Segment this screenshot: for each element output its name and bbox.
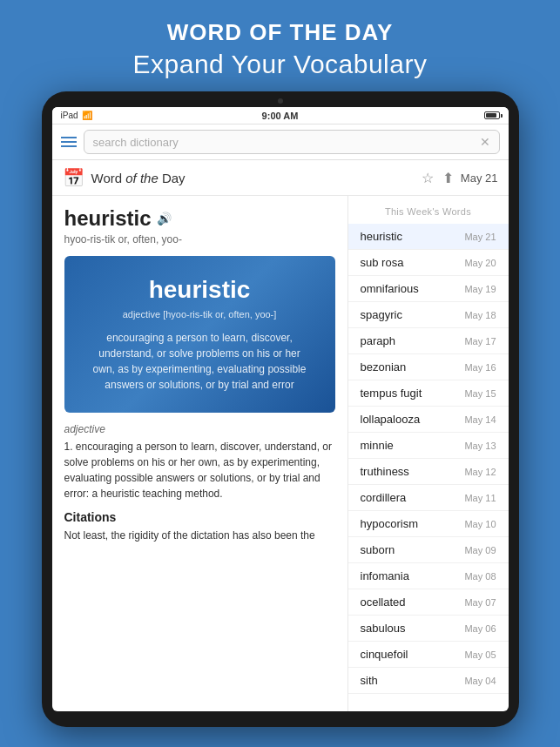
- word-list-word: hypocorism: [361, 517, 418, 530]
- word-list-date: May 19: [464, 284, 496, 294]
- word-list-item[interactable]: hypocorismMay 10: [348, 511, 509, 537]
- word-list-item[interactable]: ocellatedMay 07: [348, 589, 509, 616]
- word-title: heuristic 🔊: [64, 206, 335, 231]
- word-list-word: cinquefoil: [361, 648, 408, 661]
- calendar-icon: 📅: [63, 167, 84, 188]
- promo-area: WORD OF THE DAY Expand Your Vocabulary: [0, 0, 560, 95]
- word-list-item[interactable]: cordilleraMay 11: [348, 485, 509, 511]
- word-card: heuristic adjective [hyoo-ris-tik or, of…: [64, 256, 335, 413]
- word-list-date: May 15: [464, 388, 496, 399]
- word-list-item[interactable]: subornMay 09: [348, 537, 509, 563]
- word-list-date: May 10: [464, 519, 496, 529]
- word-list-date: May 08: [464, 571, 496, 582]
- word-list-item[interactable]: sabulousMay 06: [348, 616, 509, 642]
- promo-subtitle: Expand Your Vocabulary: [17, 50, 543, 79]
- header-date: May 21: [461, 172, 498, 185]
- search-bar: search dictionary ✕: [52, 124, 509, 160]
- word-list-word: ocellated: [361, 596, 406, 609]
- header-row: 📅 Word of the Day ☆ ⬆ May 21: [52, 160, 509, 196]
- status-right: [484, 111, 500, 119]
- promo-title: WORD OF THE DAY: [17, 19, 543, 46]
- device-label: iPad: [61, 111, 78, 120]
- word-list-word: heuristic: [361, 230, 402, 243]
- word-list-item[interactable]: bezonianMay 16: [348, 354, 509, 380]
- word-list-date: May 13: [464, 441, 496, 451]
- word-list-word: tempus fugit: [361, 387, 422, 400]
- word-list-word: cordillera: [361, 491, 407, 504]
- word-list-item[interactable]: truthinessMay 12: [348, 459, 509, 485]
- left-panel: heuristic 🔊 hyoo-ris-tik or, often, yoo-…: [52, 196, 348, 711]
- word-list-item[interactable]: paraphMay 17: [348, 328, 509, 354]
- card-pronunciation: adjective [hyoo-ris-tik or, often, yoo-]: [123, 309, 277, 320]
- camera: [278, 98, 283, 104]
- card-word-end: tic: [222, 276, 251, 303]
- word-list-date: May 21: [464, 232, 496, 242]
- word-list-word: sabulous: [361, 622, 406, 635]
- word-list-item[interactable]: lollapaloozaMay 14: [348, 407, 509, 433]
- status-bar: iPad 📶 9:00 AM: [52, 107, 509, 124]
- word-list-date: May 05: [464, 649, 496, 660]
- word-list-date: May 06: [464, 623, 496, 634]
- status-left: iPad 📶: [61, 111, 92, 120]
- word-list-date: May 17: [464, 336, 496, 347]
- search-input-container[interactable]: search dictionary ✕: [84, 130, 500, 154]
- word-list-date: May 20: [464, 258, 496, 268]
- word-list-item[interactable]: spagyricMay 18: [348, 302, 509, 328]
- speaker-icon[interactable]: 🔊: [157, 212, 172, 225]
- word-list-date: May 18: [464, 310, 496, 320]
- word-heading: heuristic: [64, 206, 152, 231]
- week-header: This Week's Words: [348, 203, 509, 224]
- header-actions: ☆ ⬆: [422, 170, 454, 186]
- pronunciation: hyoo-ris-tik or, often, yoo-: [64, 233, 335, 246]
- word-list-date: May 11: [464, 493, 496, 503]
- word-list-item[interactable]: omnifariousMay 19: [348, 276, 509, 302]
- status-time: 9:00 AM: [262, 111, 299, 121]
- battery-icon: [484, 111, 500, 119]
- ipad-frame: iPad 📶 9:00 AM search dictionary ✕ 📅: [42, 91, 519, 727]
- word-list-word: bezonian: [361, 360, 407, 374]
- word-list-date: May 14: [464, 414, 496, 425]
- citation-text: Not least, the rigidity of the dictation…: [64, 528, 335, 543]
- word-list-date: May 04: [464, 676, 496, 686]
- word-list-item[interactable]: sithMay 04: [348, 668, 509, 694]
- word-list-word: spagyric: [361, 308, 402, 321]
- word-list-word: minnie: [361, 439, 394, 452]
- right-panel: This Week's Words heuristicMay 21sub ros…: [348, 196, 509, 711]
- word-list-word: sith: [361, 674, 378, 687]
- word-list-date: May 07: [464, 597, 496, 608]
- word-list-date: May 16: [464, 362, 496, 373]
- word-list-word: paraph: [361, 334, 395, 347]
- search-placeholder: search dictionary: [93, 136, 179, 149]
- word-list-word: infomania: [361, 569, 409, 582]
- word-list-date: May 12: [464, 467, 496, 477]
- word-list-word: omnifarious: [361, 282, 419, 295]
- word-list-item[interactable]: heuristicMay 21: [348, 224, 509, 250]
- word-list-word: suborn: [361, 543, 395, 556]
- word-list-item[interactable]: tempus fugitMay 15: [348, 380, 509, 407]
- ipad-screen: iPad 📶 9:00 AM search dictionary ✕ 📅: [52, 107, 509, 711]
- card-word-start: heu: [149, 276, 192, 303]
- word-list-date: May 09: [464, 545, 496, 555]
- part-of-speech: adjective: [64, 423, 335, 435]
- share-button[interactable]: ⬆: [442, 170, 454, 186]
- citations-title: Citations: [64, 510, 335, 524]
- wifi-icon: 📶: [82, 111, 92, 120]
- word-list-item[interactable]: cinquefoilMay 05: [348, 642, 509, 668]
- header-title: Word of the Day: [91, 171, 415, 185]
- card-word: heuristic: [149, 276, 251, 304]
- definition-text: 1. encouraging a person to learn, discov…: [64, 439, 335, 501]
- main-content: heuristic 🔊 hyoo-ris-tik or, often, yoo-…: [52, 196, 509, 711]
- word-list-word: truthiness: [361, 465, 409, 478]
- word-list-word: lollapalooza: [361, 413, 421, 426]
- menu-button[interactable]: [61, 137, 77, 147]
- word-list-item[interactable]: minnieMay 13: [348, 433, 509, 459]
- card-word-bold: ris: [192, 276, 221, 303]
- word-list-item[interactable]: sub rosaMay 20: [348, 250, 509, 276]
- word-list-word: sub rosa: [361, 256, 404, 269]
- card-definition: encouraging a person to learn, discover,…: [86, 330, 313, 393]
- word-list-item[interactable]: infomaniaMay 08: [348, 563, 509, 589]
- favorite-button[interactable]: ☆: [422, 170, 434, 186]
- clear-icon[interactable]: ✕: [480, 135, 490, 149]
- word-list: heuristicMay 21sub rosaMay 20omnifarious…: [348, 224, 509, 694]
